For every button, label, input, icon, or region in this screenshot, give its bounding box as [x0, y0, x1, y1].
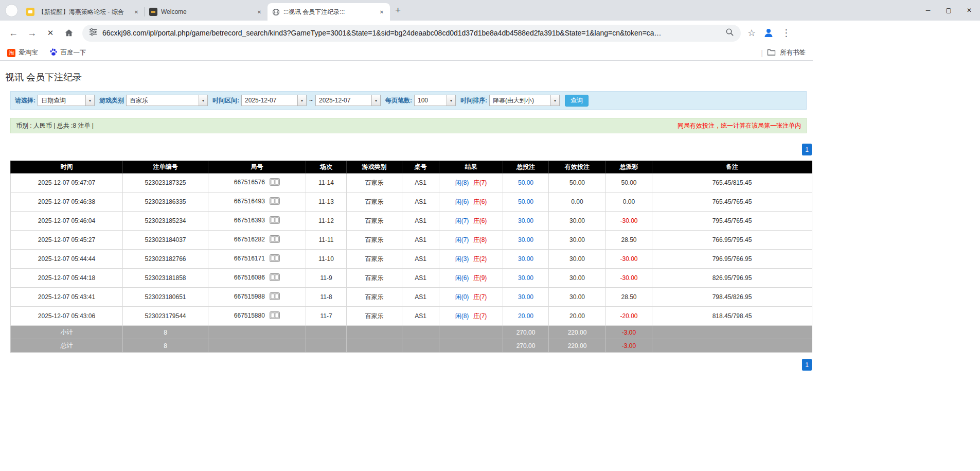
total-bet-link[interactable]: 30.00 [503, 269, 549, 288]
home-icon[interactable] [60, 24, 78, 42]
cell-time: 2025-12-07 05:46:38 [11, 193, 123, 212]
cell-session: 11-8 [306, 288, 347, 307]
zoom-icon[interactable] [725, 28, 734, 39]
tab-bet-records-active[interactable]: :::视讯 会员下注纪录::: ✕ [268, 3, 390, 21]
cell-table-no: AS1 [402, 212, 439, 231]
tab-close-icon[interactable]: ✕ [255, 8, 263, 16]
window-close-button[interactable]: ✕ [959, 0, 979, 21]
bookmarks-bar: 淘 爱淘宝 百度一下 | 所有书签 [0, 45, 813, 61]
cell-game-type: 百家乐 [347, 212, 402, 231]
table-header-row: 时间 注单编号 局号 场次 游戏类别 桌号 结果 总投注 有效投注 总派彩 备注 [11, 161, 812, 173]
cell-bet-id: 523023182766 [123, 250, 208, 269]
cell-payout: -30.00 [606, 250, 652, 269]
stop-loading-icon[interactable]: ✕ [41, 24, 60, 42]
new-tab-button[interactable]: + [395, 5, 401, 16]
browser-menu-icon[interactable]: ⋮ [781, 27, 791, 39]
chevron-down-icon[interactable]: ▼ [85, 95, 94, 106]
player-result: 闲(8) [455, 179, 469, 186]
cell-time: 2025-12-07 05:44:44 [11, 250, 123, 269]
chevron-down-icon[interactable]: ▼ [371, 95, 380, 106]
date-to-value: 2025-12-07 [316, 95, 371, 106]
cell-time: 2025-12-07 05:43:06 [11, 307, 123, 326]
cell-session: 11-11 [306, 231, 347, 250]
total-bet-link[interactable]: 30.00 [503, 212, 549, 231]
banker-result: 庄(7) [473, 293, 487, 301]
footer-empty-cell [347, 326, 402, 339]
round-number: 667516282 [234, 236, 265, 243]
cell-valid-bet: 30.00 [549, 231, 606, 250]
cell-round: 667516171 [208, 250, 306, 269]
search-button[interactable]: 查询 [565, 95, 589, 107]
page-1-button[interactable]: 1 [802, 144, 812, 155]
sort-order-dropdown[interactable]: 降幂(由大到小) ▼ [489, 95, 560, 106]
chevron-down-icon[interactable]: ▼ [297, 95, 306, 106]
address-bar[interactable]: 66cxkj98.com/ipl/portal.php/game/betreco… [82, 25, 741, 42]
cell-time: 2025-12-07 05:46:04 [11, 212, 123, 231]
bookmark-star-icon[interactable]: ☆ [747, 27, 756, 39]
view-cards-icon[interactable] [270, 254, 280, 264]
total-total-bet: 270.00 [503, 339, 549, 353]
total-bet-link[interactable]: 30.00 [503, 250, 549, 269]
tab-welcome[interactable]: Welcome ✕ [145, 3, 268, 21]
cell-result: 闲(0) 庄(7) [439, 288, 503, 307]
site-info-icon[interactable] [89, 28, 97, 38]
page-title: 视讯 会员下注纪录 [5, 71, 807, 83]
total-bet-link[interactable]: 20.00 [503, 307, 549, 326]
minimize-button[interactable]: ─ [918, 0, 938, 21]
player-result: 闲(7) [455, 217, 469, 224]
browser-profile-bubble[interactable] [5, 4, 18, 17]
tab-close-icon[interactable]: ✕ [378, 8, 386, 16]
view-cards-icon[interactable] [270, 216, 280, 225]
view-cards-icon[interactable] [270, 273, 280, 283]
cell-table-no: AS1 [402, 193, 439, 212]
view-cards-icon[interactable] [270, 178, 280, 187]
table-row: 2025-12-07 05:43:41 523023180651 6675159… [11, 288, 812, 307]
tab-strip: 【新提醒】海燕策略论坛 - 综合 ✕ Welcome ✕ :::视讯 会员下注纪… [0, 0, 980, 21]
chevron-down-icon[interactable]: ▼ [550, 95, 559, 106]
query-type-dropdown[interactable]: 日期查询 ▼ [38, 95, 95, 106]
page-1-button[interactable]: 1 [802, 359, 812, 371]
page-size-value: 100 [415, 95, 447, 106]
cell-result: 闲(6) 庄(9) [439, 269, 503, 288]
maximize-button[interactable]: ▢ [938, 0, 959, 21]
bookmark-baidu[interactable]: 百度一下 [49, 48, 86, 58]
bookmarks-separator: | [761, 49, 763, 57]
total-bet-link[interactable]: 30.00 [503, 231, 549, 250]
total-bet-link[interactable]: 50.00 [503, 193, 549, 212]
view-cards-icon[interactable] [270, 197, 280, 206]
chevron-down-icon[interactable]: ▼ [447, 95, 455, 106]
view-cards-icon[interactable] [270, 292, 280, 302]
header-time: 时间 [11, 161, 123, 173]
date-from-picker[interactable]: 2025-12-07 ▼ [241, 95, 307, 106]
total-valid-bet: 220.00 [549, 339, 606, 353]
footer-empty-cell [347, 339, 402, 353]
back-icon[interactable]: ← [4, 24, 23, 42]
cell-game-type: 百家乐 [347, 269, 402, 288]
player-result: 闲(3) [455, 255, 469, 263]
date-to-picker[interactable]: 2025-12-07 ▼ [315, 95, 381, 106]
url-text[interactable]: 66cxkj98.com/ipl/portal.php/game/betreco… [102, 29, 725, 37]
total-bet-link[interactable]: 30.00 [503, 288, 549, 307]
profile-avatar[interactable] [762, 27, 775, 39]
all-bookmarks-label[interactable]: 所有书签 [780, 48, 806, 57]
taobao-icon: 淘 [7, 49, 15, 57]
page-size-dropdown[interactable]: 100 ▼ [414, 95, 456, 106]
cell-time: 2025-12-07 05:45:27 [11, 231, 123, 250]
bookmark-taobao[interactable]: 淘 爱淘宝 [7, 48, 38, 57]
total-bet-link[interactable]: 50.00 [503, 173, 549, 193]
chevron-down-icon[interactable]: ▼ [199, 95, 207, 106]
forward-icon[interactable]: → [23, 24, 41, 42]
sort-order-value: 降幂(由大到小) [490, 95, 550, 106]
cell-payout: -30.00 [606, 212, 652, 231]
subtotal-payout: -3.00 [606, 326, 652, 339]
view-cards-icon[interactable] [270, 235, 280, 245]
tab-forum[interactable]: 【新提醒】海燕策略论坛 - 综合 ✕ [22, 3, 145, 21]
tab-close-icon[interactable]: ✕ [132, 8, 140, 16]
banker-result: 庄(6) [473, 198, 487, 205]
game-type-dropdown[interactable]: 百家乐 ▼ [126, 95, 208, 106]
forum-favicon-icon [26, 8, 34, 16]
cell-game-type: 百家乐 [347, 193, 402, 212]
view-cards-icon[interactable] [270, 311, 280, 321]
cell-note: 765.45/815.45 [652, 173, 812, 193]
cell-note: 796.95/766.95 [652, 250, 812, 269]
